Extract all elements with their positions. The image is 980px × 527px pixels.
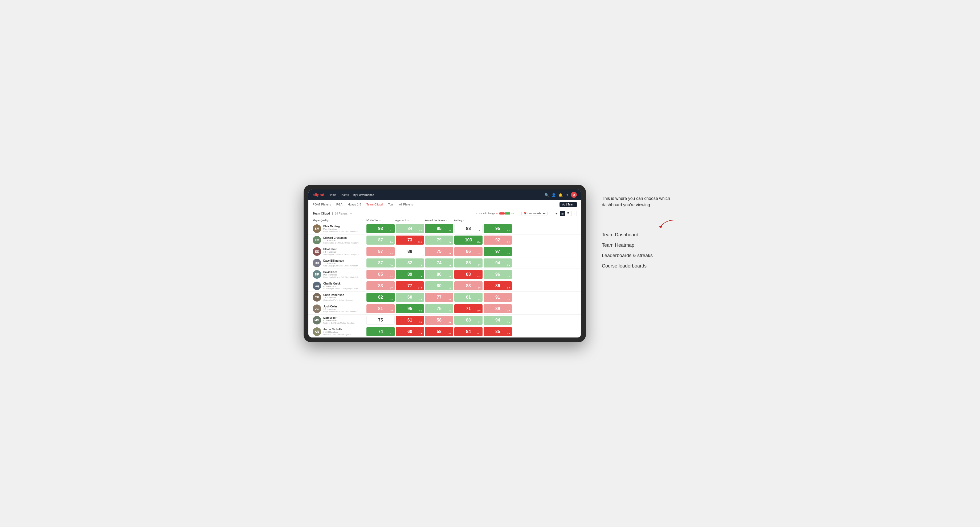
score-value: 77 — [437, 295, 442, 300]
scale-green — [505, 213, 510, 214]
player-info: Charlie Quick6-10 HandicapSt. George's H… — [323, 282, 361, 290]
menu-option-2[interactable]: Leaderboards & streaks — [602, 253, 676, 259]
last-rounds-value: 20 — [543, 212, 546, 215]
score-cell: 871▲ — [366, 236, 395, 244]
player-avatar: CR — [313, 293, 321, 302]
change-scale — [499, 213, 510, 214]
subnav-all-players[interactable]: All Players — [399, 200, 413, 209]
table-row[interactable]: JCJosh Coles1-5 HandicapRoyal North Devo… — [309, 303, 581, 314]
subnav-pga[interactable]: PGA — [336, 200, 342, 209]
scale-red — [499, 213, 504, 214]
score-value: 75 — [437, 306, 442, 311]
table-row[interactable]: CRChris Robertson1-5 HandicapCraigmillar… — [309, 292, 581, 303]
table-row[interactable]: MMMatt Miller6-10 HandicapWoburn Golf Cl… — [309, 314, 581, 326]
score-cell: 814▲ — [454, 293, 482, 302]
player-name: Charlie Quick — [323, 282, 361, 285]
subnav-team-clippd[interactable]: Team Clippd — [366, 200, 383, 209]
table-row[interactable]: BMBlair McHargPlus HandicapRoyal North D… — [309, 223, 581, 235]
bell-icon[interactable]: 🔔 — [558, 193, 563, 197]
player-club: St. George's Hill GC - Weybridge - Surre… — [323, 287, 361, 290]
last-rounds-button[interactable]: 📅 Last Rounds: 20 — [522, 211, 547, 216]
score-value: 75 — [378, 318, 383, 322]
profile-icon[interactable]: 👤 — [552, 193, 556, 197]
table-row[interactable]: DBDave Billingham1-5 HandicapGog Magog G… — [309, 257, 581, 269]
score-cell: 773▼ — [425, 293, 453, 302]
score-cell: 824▲ — [396, 259, 424, 268]
score-cell: 613▼ — [396, 316, 424, 325]
score-change: 3▼ — [419, 321, 422, 323]
score-value: 83 — [466, 272, 471, 277]
subnav-pgat[interactable]: PGAT Players — [313, 200, 331, 209]
score-cell: 943▲ — [484, 316, 512, 325]
player-avatar: EE — [313, 247, 321, 256]
player-club: Sunningdale Golf Club, United Kingdom — [323, 253, 359, 256]
player-handicap: 1-5 Handicap — [323, 239, 359, 242]
score-cell: 601▼ — [396, 327, 424, 336]
subnav-hcaps[interactable]: Hcaps 1-5 — [348, 200, 361, 209]
score-cell: 602▲ — [396, 293, 424, 302]
player-avatar: AN — [313, 327, 321, 336]
score-value: 82 — [378, 295, 383, 300]
menu-option-3[interactable]: Course leaderboards — [602, 263, 676, 269]
score-change: 4▲ — [390, 229, 393, 232]
search-icon[interactable]: 🔍 — [545, 193, 549, 197]
score-cell: 941▲ — [484, 259, 512, 268]
nav-teams[interactable]: Teams — [340, 193, 349, 197]
nav-my-performance[interactable]: My Performance — [353, 193, 374, 197]
score-value: 81 — [466, 295, 471, 300]
user-avatar[interactable]: U — [571, 192, 577, 198]
player-club: Royal North Devon Golf Club, United King… — [323, 310, 361, 313]
player-handicap: 6-10 Handicap — [323, 319, 355, 322]
grid-view-icon[interactable]: ⊞ — [554, 211, 559, 216]
score-change: 3▼ — [507, 298, 510, 300]
score-cell: 88 — [396, 247, 424, 256]
player-name: David Ford — [323, 271, 361, 274]
score-change: 3▼ — [478, 264, 481, 266]
subnav-tour[interactable]: Tour — [388, 200, 394, 209]
score-change: 4▲ — [478, 298, 481, 300]
player-avatar: DF — [313, 270, 321, 279]
score-value: 71 — [466, 306, 471, 311]
table-row[interactable]: EEElliot Ebert1-5 HandicapSunningdale Go… — [309, 246, 581, 257]
team-bar: Team Clippd | 14 Players ✏ 20 Round Chan… — [309, 209, 581, 218]
heatmap-view-icon[interactable]: ▦ — [560, 211, 565, 216]
score-cell: 813▼ — [366, 304, 395, 313]
circle-icon[interactable]: ⊙ — [565, 193, 568, 197]
svg-marker-0 — [659, 226, 663, 229]
menu-option-1[interactable]: Team Heatmap — [602, 243, 676, 248]
table-row[interactable]: CQCharlie Quick6-10 HandicapSt. George's… — [309, 280, 581, 292]
list-view-icon[interactable]: ☰ — [566, 211, 571, 216]
score-value: 95 — [495, 226, 500, 231]
score-cell: 881▼ — [454, 224, 482, 233]
player-name: Chris Robertson — [323, 294, 353, 297]
export-icon[interactable]: ↓ — [571, 211, 577, 216]
table-row[interactable]: ANAaron Nicholls11-15 HandicapDrift Golf… — [309, 326, 581, 338]
nav-home[interactable]: Home — [329, 193, 336, 197]
player-info: Dave Billingham1-5 HandicapGog Magog Gol… — [323, 259, 358, 267]
player-cell: MMMatt Miller6-10 HandicapWoburn Golf Cl… — [313, 316, 366, 324]
score-value: 58 — [437, 329, 442, 334]
score-change: 1▼ — [477, 229, 481, 232]
score-change: 8▼ — [507, 287, 510, 289]
score-value: 74 — [378, 329, 383, 334]
player-info: Chris Robertson1-5 HandicapCraigmillar P… — [323, 294, 353, 301]
menu-option-0[interactable]: Team Dashboard — [602, 232, 676, 238]
score-cell: 7714▼ — [396, 281, 424, 290]
add-team-button[interactable]: Add Team — [560, 202, 577, 207]
player-info: Blair McHargPlus HandicapRoyal North Dev… — [323, 225, 361, 233]
player-handicap: 1-5 Handicap — [323, 297, 353, 299]
score-change: 6▼ — [478, 287, 481, 289]
score-value: 95 — [407, 306, 412, 311]
player-avatar: DB — [313, 259, 321, 267]
edit-icon[interactable]: ✏ — [350, 212, 352, 215]
player-avatar: MM — [313, 316, 321, 324]
player-cell: JCJosh Coles1-5 HandicapRoyal North Devo… — [313, 305, 366, 313]
menu-options: Team DashboardTeam HeatmapLeaderboards &… — [602, 232, 676, 269]
table-row[interactable]: ECEdward Crossman1-5 HandicapSunningdale… — [309, 235, 581, 246]
table-row[interactable]: DFDavid FordPlus HandicapRoyal North Dev… — [309, 269, 581, 280]
player-name: Dave Billingham — [323, 259, 358, 262]
score-change: 7▲ — [419, 275, 422, 278]
score-value: 81 — [378, 306, 383, 311]
score-value: 94 — [495, 260, 500, 265]
score-value: 85 — [495, 329, 500, 334]
